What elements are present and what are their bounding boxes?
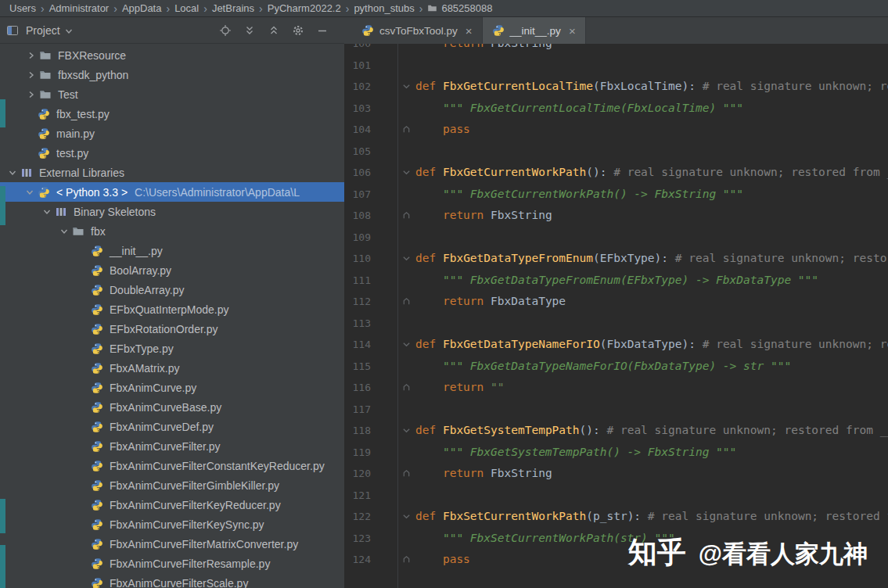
tree-item-external-libraries[interactable]: External Libraries [0,163,344,182]
breadcrumb-item-python-stubs[interactable]: python_stubs [354,2,414,14]
line-number[interactable]: 113 [344,317,371,329]
tree-item-fbxanimcurvefilterkeysync-py[interactable]: FbxAnimCurveFilterKeySync.py [0,514,344,534]
code-text[interactable]: def FbxGetDataTypeFromEnum(EFbxType): # … [414,248,888,270]
code-text[interactable]: def FbxGetCurrentLocalTime(FbxLocalTime)… [414,76,888,98]
collapse-all-button[interactable] [268,24,280,37]
line-number[interactable]: 116 [344,382,371,393]
tree-item-efbxquatinterpmode-py[interactable]: EFbxQuatInterpMode.py [0,299,344,319]
chevron-right-icon[interactable] [23,50,39,61]
line-number[interactable]: 121 [344,489,371,501]
code-text[interactable]: def FbxGetSystemTempPath(): # real signa… [414,420,888,442]
tree-item-doublearray-py[interactable]: DoubleArray.py [0,280,344,299]
line-number[interactable]: 115 [344,360,371,372]
line-number[interactable]: 123 [344,532,371,544]
code-text[interactable]: """ FbxSetCurrentWorkPath(str) """ [414,528,675,550]
code-text[interactable]: return FbxString [414,205,552,227]
tree-item-test-py[interactable]: test.py [0,143,344,163]
tree-item-fbxanimcurvefilterkeyreducer-py[interactable]: FbxAnimCurveFilterKeyReducer.py [0,495,344,514]
breadcrumb-item-local[interactable]: Local [174,2,199,14]
line-number[interactable]: 118 [344,425,371,436]
line-number[interactable]: 105 [344,145,371,157]
tree-item-fbxamatrix-py[interactable]: FbxAMatrix.py [0,358,344,378]
code-text[interactable]: """ FbxGetSystemTempPath() -> FbxString … [414,442,736,464]
tree-item-fbxanimcurvefiltergimblekiller-py[interactable]: FbxAnimCurveFilterGimbleKiller.py [0,475,344,495]
line-number[interactable]: 101 [344,59,371,71]
chevron-right-icon[interactable] [23,89,39,100]
code-line[interactable]: 106def FbxGetCurrentWorkPath(): # real s… [344,162,888,184]
tree-item-fbx[interactable]: fbx [0,221,344,241]
code-line[interactable]: 107 """ FbxGetCurrentWorkPath() -> FbxSt… [344,184,888,206]
breadcrumb-item-685258088[interactable]: 685258088 [427,2,492,14]
breadcrumb-item-users[interactable]: Users [9,2,36,14]
code-line[interactable]: 113 [344,313,888,335]
line-number[interactable]: 119 [344,446,371,458]
line-number[interactable]: 112 [344,296,371,307]
code-editor[interactable]: 100 return FbxString101102def FbxGetCurr… [344,44,888,588]
fold-start-icon[interactable] [402,340,411,349]
tree-item-main-py[interactable]: main.py [0,124,344,143]
close-icon[interactable]: × [569,25,576,37]
chevron-right-icon[interactable] [23,70,39,81]
code-line[interactable]: 124 pass [344,549,888,571]
code-line[interactable]: 123 """ FbxSetCurrentWorkPath(str) """ [344,528,888,550]
code-line[interactable]: 114def FbxGetDataTypeNameForIO(FbxDataTy… [344,334,888,356]
code-line[interactable]: 110def FbxGetDataTypeFromEnum(EFbxType):… [344,248,888,270]
settings-button[interactable] [292,24,304,37]
code-line[interactable]: 112 return FbxDataType [344,291,888,313]
fold-end-icon[interactable] [402,125,411,134]
tree-item-fbxanimcurvedef-py[interactable]: FbxAnimCurveDef.py [0,417,344,436]
code-line[interactable]: 122def FbxSetCurrentWorkPath(p_str): # r… [344,506,888,528]
code-line[interactable]: 109 [344,227,888,249]
tree-item-fbxanimcurve-py[interactable]: FbxAnimCurve.py [0,378,344,397]
code-text[interactable]: """ FbxGetCurrentWorkPath() -> FbxString… [414,184,743,206]
tree-item-fbxsdk-python[interactable]: fbxsdk_python [0,65,344,84]
code-line[interactable]: 116 return "" [344,377,888,399]
tree-item-fbxresource[interactable]: FBXResource [0,45,344,65]
tree-item-efbxrotationorder-py[interactable]: EFbxRotationOrder.py [0,319,344,339]
fold-start-icon[interactable] [402,168,411,177]
code-text[interactable]: def FbxSetCurrentWorkPath(p_str): # real… [414,506,888,528]
tree-item-fbxanimcurvebase-py[interactable]: FbxAnimCurveBase.py [0,397,344,417]
code-line[interactable]: 120 return FbxString [344,463,888,485]
code-line[interactable]: 105 [344,141,888,163]
fold-start-icon[interactable] [402,254,411,263]
close-icon[interactable]: × [466,25,473,37]
fold-start-icon[interactable] [402,82,411,91]
fold-end-icon[interactable] [402,383,411,392]
line-number[interactable]: 110 [344,253,371,264]
line-number[interactable]: 117 [344,403,371,415]
line-number[interactable]: 107 [344,188,371,200]
line-number[interactable]: 104 [344,124,371,135]
line-number[interactable]: 108 [344,210,371,221]
code-line[interactable]: 119 """ FbxGetSystemTempPath() -> FbxStr… [344,442,888,464]
tree-item-test[interactable]: Test [0,84,344,104]
code-line[interactable]: 117 [344,399,888,421]
code-line[interactable] [344,571,888,588]
fold-start-icon[interactable] [402,426,411,435]
line-number[interactable]: 102 [344,81,371,92]
code-line[interactable]: 100 return FbxString [344,44,888,55]
fold-end-icon[interactable] [402,297,411,306]
project-panel-title[interactable]: Project [26,24,60,37]
tree-item-fbxanimcurvefilterconstantkeyreducer-py[interactable]: FbxAnimCurveFilterConstantKeyReducer.py [0,456,344,475]
code-text[interactable]: pass [414,119,470,141]
chevron-down-icon[interactable] [39,206,55,217]
code-text[interactable]: return FbxString [414,463,552,485]
line-number[interactable]: 124 [344,554,371,565]
code-text[interactable]: """ FbxGetDataTypeNameForIO(FbxDataType)… [414,356,791,378]
tree-item-efbxtype-py[interactable]: EFbxType.py [0,339,344,358]
line-number[interactable]: 106 [344,167,371,178]
tree-item-fbxanimcurvefiltermatrixconverter-py[interactable]: FbxAnimCurveFilterMatrixConverter.py [0,534,344,554]
tab-csvtofbxtool-py[interactable]: csvToFbxTool.py× [352,17,483,44]
fold-end-icon[interactable] [402,555,411,564]
code-text[interactable]: return "" [414,377,505,399]
hide-button[interactable] [316,24,329,37]
chevron-down-icon[interactable] [56,226,72,237]
expand-all-button[interactable] [243,24,256,37]
code-line[interactable]: 103 """ FbxGetCurrentLocalTime(FbxLocalT… [344,98,888,120]
tree-item-binary-skeletons[interactable]: Binary Skeletons [0,202,344,221]
code-line[interactable]: 121 [344,485,888,507]
tree-item-boolarray-py[interactable]: BoolArray.py [0,260,344,280]
code-text[interactable]: """ FbxGetCurrentLocalTime(FbxLocalTime)… [414,98,743,120]
tree-item-fbx-test-py[interactable]: fbx_test.py [0,104,344,124]
